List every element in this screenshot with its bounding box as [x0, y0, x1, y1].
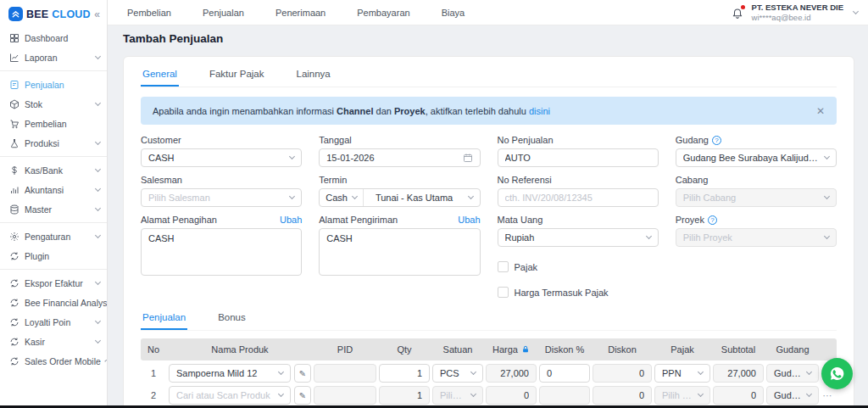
help-icon[interactable]: ?: [708, 215, 717, 225]
cabang-select: Pilih Cabang: [676, 188, 837, 207]
header-nama-produk: Nama Produk: [169, 344, 311, 355]
form-tabs: General Faktur Pajak Lainnya: [141, 65, 837, 87]
sidebar-item-label: Pembelian: [25, 119, 67, 129]
harga-termasuk-pajak-label: Harga Termasuk Pajak: [515, 288, 609, 298]
gudang-select[interactable]: Gudang Bee Surabaya Kalijudan H18-B: [676, 148, 837, 167]
sidebar-item-penjualan[interactable]: Penjualan: [0, 75, 107, 94]
topnav-pembayaran[interactable]: Pembayaran: [357, 8, 409, 18]
banner-disini-link[interactable]: disini: [529, 106, 550, 116]
product-select[interactable]: Sampoerna Mild 12: [169, 364, 291, 383]
topnav-penjualan[interactable]: Penjualan: [203, 8, 244, 18]
flask-icon: [9, 138, 19, 148]
diskon-pct-input[interactable]: 0: [539, 364, 590, 383]
chevron-down-icon: [278, 391, 284, 397]
user-account[interactable]: PT. ESTEKA NEVER DIE wi****aq@bee.id: [752, 3, 843, 22]
pencil-icon: ✎: [299, 369, 306, 378]
sidebar-item-bee-financial-analysis[interactable]: Bee Financial Analysis: [0, 293, 107, 312]
sidebar-item-ekspor-efaktur[interactable]: Ekspor Efaktur: [0, 273, 107, 293]
line-chart-icon: [9, 53, 19, 63]
tanggal-label: Tanggal: [319, 135, 480, 145]
tab-faktur-pajak[interactable]: Faktur Pajak: [208, 65, 266, 87]
tanggal-input[interactable]: 15-01-2026: [319, 148, 480, 167]
sidebar-item-akuntansi[interactable]: Akuntansi: [0, 180, 107, 199]
sidebar: BEECLOUD « Dashboard Laporan Penjualan S…: [0, 0, 108, 408]
whatsapp-button[interactable]: [821, 358, 853, 389]
sidebar-item-label: Stok: [25, 99, 42, 109]
sidebar-item-kas-bank[interactable]: Kas/Bank: [0, 160, 107, 180]
qty-input[interactable]: 1: [379, 364, 430, 383]
top-nav-menu: Pembelian Penjualan Penerimaan Pembayara…: [127, 8, 465, 18]
qty-input: 1: [379, 386, 430, 405]
header-no: No: [141, 344, 166, 355]
tab-lainnya[interactable]: Lainnya: [294, 65, 331, 87]
tab-detail-bonus[interactable]: Bonus: [216, 309, 248, 330]
notification-bell-icon[interactable]: [732, 7, 743, 19]
tab-general[interactable]: General: [141, 65, 179, 87]
header-pajak: Pajak: [654, 344, 710, 355]
sidebar-item-kasir[interactable]: Kasir: [0, 332, 107, 351]
sidebar-item-label: Kas/Bank: [25, 165, 63, 176]
page-content: Tambah Penjualan General Faktur Pajak La…: [108, 25, 868, 408]
pid-input: [314, 386, 376, 405]
salesman-select[interactable]: Pilih Salesman: [141, 188, 302, 207]
sidebar-item-dashboard[interactable]: Dashboard: [0, 28, 107, 48]
customer-select[interactable]: CASH: [141, 148, 302, 167]
sidebar-item-laporan[interactable]: Laporan: [0, 48, 107, 67]
termin-detail-select[interactable]: Tunai - Kas Utama: [369, 193, 480, 203]
chevron-down-icon: [646, 233, 652, 239]
row-more-options[interactable]: ⋯: [821, 390, 833, 401]
cabang-label: Cabang: [676, 175, 837, 185]
sidebar-item-sales-order-mobile[interactable]: Sales Order Mobile: [0, 351, 107, 371]
sidebar-item-plugin[interactable]: Plugin: [0, 246, 107, 265]
sidebar-item-stok[interactable]: Stok: [0, 94, 107, 114]
alamat-penagihan-textarea[interactable]: CASH: [141, 228, 302, 276]
chevron-down-icon: [467, 193, 473, 199]
pajak-select[interactable]: PPN: [654, 364, 710, 383]
user-menu-chevron-icon[interactable]: [853, 8, 859, 14]
product-select[interactable]: Cari atau Scan Produk: [169, 386, 291, 405]
termin-type-select[interactable]: Cash: [320, 189, 364, 206]
ubah-pengiriman-link[interactable]: Ubah: [458, 215, 480, 225]
no-referensi-input[interactable]: cth. INV/20/08/12345: [498, 188, 659, 207]
form-card: General Faktur Pajak Lainnya Apabila and…: [123, 56, 854, 408]
no-penjualan-input[interactable]: AUTO: [498, 148, 659, 167]
alamat-pengiriman-textarea[interactable]: CASH: [319, 228, 480, 276]
sidebar-item-pembelian[interactable]: Pembelian: [0, 114, 107, 133]
topnav-pembelian[interactable]: Pembelian: [127, 8, 171, 18]
bar-chart-icon: [9, 185, 19, 195]
banner-close-icon[interactable]: ✕: [816, 105, 825, 117]
ubah-penagihan-link[interactable]: Ubah: [280, 215, 302, 225]
sidebar-item-label: Produksi: [25, 138, 59, 148]
edit-product-button[interactable]: ✎: [294, 386, 311, 405]
sidebar-collapse-icon[interactable]: «: [94, 8, 100, 20]
sidebar-item-pengaturan[interactable]: Pengaturan: [0, 226, 107, 246]
help-icon[interactable]: ?: [712, 136, 721, 145]
sidebar-item-label: Loyalti Poin: [25, 317, 70, 327]
topnav-biaya[interactable]: Biaya: [442, 8, 465, 18]
tab-detail-penjualan[interactable]: Penjualan: [141, 309, 187, 330]
pajak-select: Pilih Pajak: [654, 386, 710, 405]
sidebar-item-produksi[interactable]: Produksi: [0, 133, 107, 153]
harga-termasuk-pajak-checkbox-row: Harga Termasuk Pajak: [498, 287, 659, 298]
chevron-down-icon: [470, 391, 476, 397]
dashboard-icon: [9, 33, 19, 43]
chevron-down-icon: [95, 53, 101, 59]
diskon-pct-input: [539, 386, 590, 405]
sales-note-icon: [9, 80, 19, 90]
termin-select[interactable]: Cash Tunai - Kas Utama: [319, 188, 480, 207]
gudang-row-select[interactable]: Gudang B...: [766, 364, 819, 383]
topnav-penerimaan[interactable]: Penerimaan: [275, 8, 326, 18]
logo: BEECLOUD «: [0, 5, 107, 28]
satuan-select[interactable]: PCS: [432, 364, 483, 383]
pajak-checkbox-label: Pajak: [515, 262, 538, 272]
header-diskon-pct: Diskon %: [539, 344, 590, 355]
sidebar-item-master[interactable]: Master: [0, 199, 107, 219]
pajak-checkbox[interactable]: [498, 261, 509, 272]
edit-product-button[interactable]: ✎: [294, 364, 311, 383]
no-penjualan-label: No Penjualan: [498, 135, 659, 145]
mata-uang-select[interactable]: Rupiah: [498, 228, 659, 247]
gudang-row-select[interactable]: Gudang B...: [766, 386, 819, 405]
items-table: No Nama Produk PID Qty Satuan Harga Disk…: [141, 338, 837, 405]
harga-termasuk-pajak-checkbox[interactable]: [498, 287, 509, 298]
sidebar-item-loyalti-poin[interactable]: Loyalti Poin: [0, 312, 107, 332]
